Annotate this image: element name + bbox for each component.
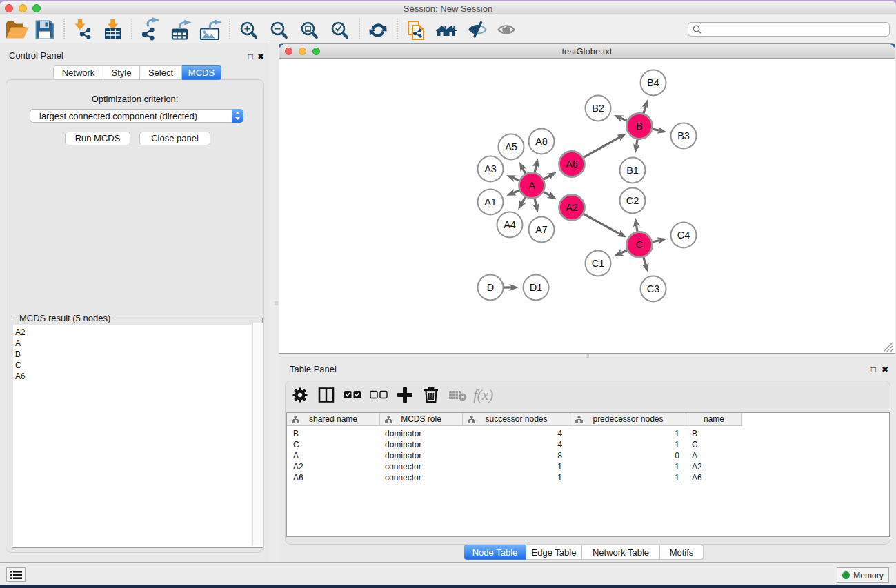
svg-text:A1: A1	[484, 196, 497, 207]
svg-text:B2: B2	[592, 103, 604, 114]
svg-text:A2: A2	[566, 202, 578, 213]
svg-text:A: A	[528, 180, 535, 191]
svg-text:B4: B4	[647, 77, 659, 88]
svg-text:A8: A8	[535, 136, 548, 147]
svg-text:A4: A4	[504, 219, 516, 230]
svg-text:A5: A5	[505, 141, 517, 152]
svg-text:A3: A3	[484, 163, 497, 174]
svg-text:f(x): f(x)	[473, 387, 493, 403]
svg-text:B1: B1	[626, 165, 639, 176]
svg-text:B: B	[636, 121, 643, 132]
svg-text:C3: C3	[647, 283, 660, 294]
svg-text:B3: B3	[677, 130, 690, 141]
svg-text:A7: A7	[535, 224, 548, 235]
svg-text:C1: C1	[592, 258, 605, 269]
svg-text:C: C	[636, 239, 643, 250]
svg-text:C4: C4	[677, 230, 690, 241]
svg-text:D1: D1	[530, 282, 543, 293]
svg-text:C2: C2	[626, 195, 639, 206]
svg-text:A6: A6	[566, 159, 578, 170]
svg-text:D: D	[487, 282, 494, 293]
